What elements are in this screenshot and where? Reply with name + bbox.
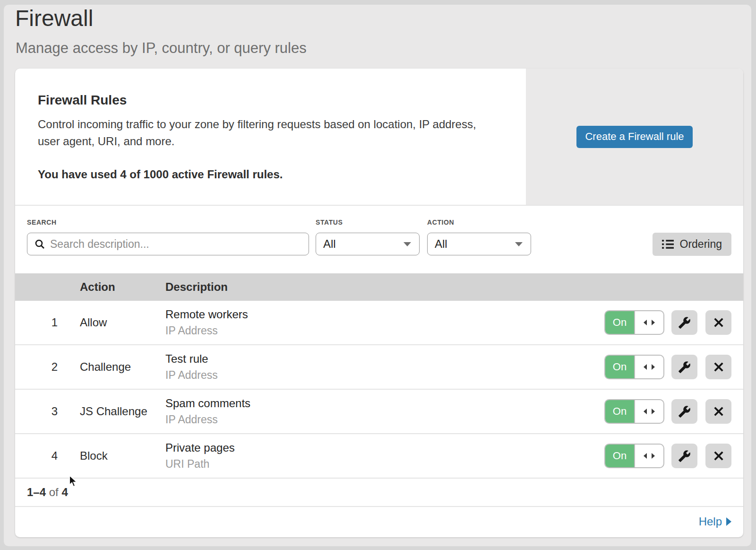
status-select[interactable]: All	[316, 233, 420, 255]
action-select[interactable]: All	[427, 233, 531, 255]
status-value: All	[323, 237, 404, 251]
rule-action: Block	[80, 449, 165, 463]
toggle-on-label: On	[605, 400, 635, 423]
rule-description: Private pages	[165, 441, 235, 454]
search-label: SEARCH	[27, 218, 57, 226]
search-input[interactable]	[50, 238, 304, 251]
column-action: Action	[80, 280, 165, 294]
toggle-arrows-icon	[635, 311, 663, 334]
ordering-button[interactable]: Ordering	[653, 233, 731, 256]
rule-row: 3 JS Challenge Spam comments IP Address …	[15, 390, 743, 434]
rule-row: 1 Allow Remote workers IP Address On	[15, 301, 743, 345]
column-description: Description	[165, 280, 228, 294]
rule-description: Remote workers	[165, 308, 248, 321]
rule-criteria: IP Address	[165, 324, 248, 337]
close-icon	[713, 317, 724, 328]
rule-criteria: IP Address	[165, 369, 218, 382]
overview-heading: Firewall Rules	[38, 92, 526, 108]
wrench-icon	[678, 316, 691, 329]
toggle-arrows-icon	[635, 356, 663, 378]
edit-rule-button[interactable]	[671, 355, 697, 379]
help-arrow-icon	[726, 517, 731, 526]
ordering-list-icon	[662, 239, 674, 250]
action-label: ACTION	[427, 218, 454, 226]
delete-rule-button[interactable]	[705, 399, 731, 424]
rule-action: JS Challenge	[80, 405, 165, 418]
rule-action: Allow	[80, 316, 165, 329]
overview-usage: You have used 4 of 1000 active Firewall …	[38, 168, 526, 181]
rule-criteria: IP Address	[165, 413, 250, 426]
toggle-on-label: On	[605, 356, 635, 378]
help-link[interactable]: Help	[699, 515, 731, 528]
edit-rule-button[interactable]	[671, 444, 697, 468]
toggle-arrows-icon	[635, 445, 663, 467]
close-icon	[713, 451, 724, 461]
rule-enabled-toggle[interactable]: On	[604, 355, 664, 379]
firewall-rules-card: Firewall Rules Control incoming traffic …	[15, 69, 743, 537]
ordering-label: Ordering	[680, 238, 722, 251]
rule-priority: 2	[15, 360, 80, 374]
toggle-arrows-icon	[635, 400, 663, 423]
create-firewall-rule-button[interactable]: Create a Firewall rule	[576, 126, 692, 148]
page-background: Firewall Manage access by IP, country, o…	[4, 5, 751, 546]
wrench-icon	[678, 405, 691, 418]
pagination-range: 1–4	[27, 486, 46, 499]
wrench-icon	[678, 361, 691, 374]
overview-description: Control incoming traffic to your zone by…	[38, 116, 491, 150]
status-label: STATUS	[316, 218, 343, 226]
delete-rule-button[interactable]	[705, 355, 731, 379]
rule-row: 2 Challenge Test rule IP Address On	[15, 345, 743, 390]
edit-rule-button[interactable]	[671, 399, 697, 424]
wrench-icon	[678, 450, 691, 463]
rule-priority: 1	[15, 316, 80, 329]
mouse-cursor	[69, 475, 80, 488]
toggle-on-label: On	[605, 311, 635, 334]
chevron-down-icon	[515, 242, 523, 246]
search-icon	[34, 239, 45, 250]
page-title: Firewall	[15, 2, 93, 35]
rules-table-body: 1 Allow Remote workers IP Address On 2 C…	[15, 301, 743, 479]
pagination: 1–4 of 4	[15, 479, 743, 507]
close-icon	[713, 406, 724, 417]
create-rule-panel: Create a Firewall rule	[526, 69, 743, 205]
overview-section: Firewall Rules Control incoming traffic …	[15, 69, 743, 206]
rule-action: Challenge	[80, 360, 165, 374]
rule-priority: 4	[15, 449, 80, 463]
close-icon	[713, 362, 724, 372]
rule-priority: 3	[15, 405, 80, 418]
page-subtitle: Manage access by IP, country, or query r…	[16, 39, 307, 58]
rule-description: Spam comments	[165, 397, 250, 410]
help-row: Help	[15, 507, 743, 536]
rule-row: 4 Block Private pages URI Path On	[15, 434, 743, 479]
delete-rule-button[interactable]	[705, 444, 731, 468]
chevron-down-icon	[404, 242, 411, 246]
edit-rule-button[interactable]	[671, 310, 697, 335]
delete-rule-button[interactable]	[705, 310, 731, 335]
rule-criteria: URI Path	[165, 458, 235, 471]
rule-enabled-toggle[interactable]: On	[604, 399, 664, 424]
filters-bar: SEARCH STATUS All ACTION All Ordering	[15, 206, 743, 273]
rule-description: Test rule	[165, 352, 218, 366]
pagination-total: 4	[61, 486, 68, 499]
rule-enabled-toggle[interactable]: On	[604, 444, 664, 468]
rule-enabled-toggle[interactable]: On	[604, 310, 664, 335]
toggle-on-label: On	[605, 445, 635, 467]
table-header: Action Description	[15, 273, 743, 301]
action-value: All	[435, 237, 515, 251]
search-box[interactable]	[27, 233, 309, 255]
